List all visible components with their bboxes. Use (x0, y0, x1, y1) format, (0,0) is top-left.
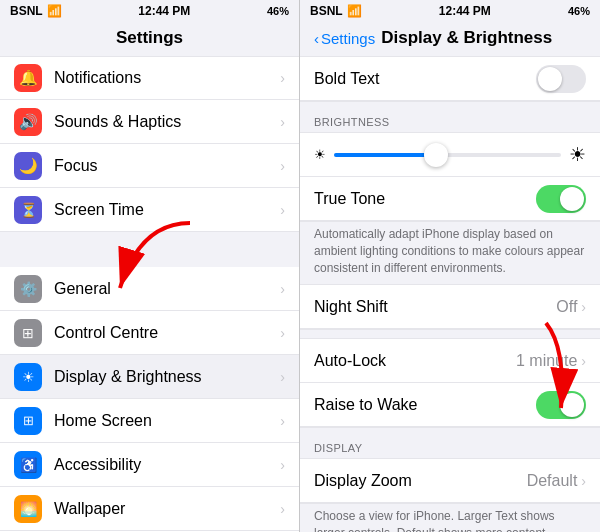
display-brightness-icon: ☀ (14, 363, 42, 391)
chevron-icon: › (581, 473, 586, 489)
bold-text-section: Bold Text (300, 56, 600, 102)
sidebar-item-home-screen[interactable]: ⊞ Home Screen › (0, 399, 299, 443)
time-left: 12:44 PM (138, 4, 190, 18)
chevron-icon: › (280, 501, 285, 517)
sidebar-item-sounds[interactable]: 🔊 Sounds & Haptics › (0, 100, 299, 144)
accessibility-icon: ♿ (14, 451, 42, 479)
notifications-icon: 🔔 (14, 64, 42, 92)
right-status-bar: BSNL 📶 12:44 PM 46% (300, 0, 600, 22)
display-section-header: DISPLAY (300, 436, 600, 458)
night-shift-row[interactable]: Night Shift Off › (300, 285, 600, 329)
battery-right: 46% (568, 5, 590, 17)
wallpaper-label: Wallpaper (54, 500, 280, 518)
sidebar-item-notifications[interactable]: 🔔 Notifications › (0, 56, 299, 100)
brightness-low-icon: ☀ (314, 147, 326, 162)
display-brightness-label: Display & Brightness (54, 368, 280, 386)
control-centre-icon: ⊞ (14, 319, 42, 347)
display-brightness-panel: BSNL 📶 12:44 PM 46% ‹ Settings Display &… (300, 0, 600, 532)
wallpaper-icon: 🌅 (14, 495, 42, 523)
brightness-slider-thumb[interactable] (424, 143, 448, 167)
auto-lock-row[interactable]: Auto-Lock 1 minute › (300, 339, 600, 383)
left-status-bar: BSNL 📶 12:44 PM 46% (0, 0, 299, 22)
true-tone-row: True Tone (300, 177, 600, 221)
chevron-icon: › (280, 369, 285, 385)
chevron-icon: › (280, 70, 285, 86)
bold-text-label: Bold Text (314, 70, 536, 88)
chevron-icon: › (581, 353, 586, 369)
spacer3 (300, 428, 600, 436)
brightness-high-icon: ☀ (569, 143, 586, 166)
sidebar-item-display-brightness[interactable]: ☀ Display & Brightness › (0, 355, 299, 399)
accessibility-label: Accessibility (54, 456, 280, 474)
chevron-icon: › (280, 413, 285, 429)
focus-label: Focus (54, 157, 280, 175)
display-zoom-value: Default (527, 472, 578, 490)
home-screen-icon: ⊞ (14, 407, 42, 435)
sidebar-item-focus[interactable]: 🌙 Focus › (0, 144, 299, 188)
chevron-icon: › (280, 158, 285, 174)
focus-icon: 🌙 (14, 152, 42, 180)
chevron-icon: › (280, 202, 285, 218)
home-screen-label: Home Screen (54, 412, 280, 430)
screen-time-icon: ⏳ (14, 196, 42, 224)
bold-text-toggle[interactable] (536, 65, 586, 93)
time-right: 12:44 PM (439, 4, 491, 18)
sounds-label: Sounds & Haptics (54, 113, 280, 131)
carrier-right: BSNL (310, 4, 343, 18)
brightness-slider-fill (334, 153, 436, 157)
sounds-icon: 🔊 (14, 108, 42, 136)
raise-to-wake-row: Raise to Wake (300, 383, 600, 427)
display-zoom-footer: Choose a view for iPhone. Larger Text sh… (300, 504, 600, 532)
carrier-left: BSNL (10, 4, 43, 18)
night-shift-label: Night Shift (314, 298, 556, 316)
bold-text-row: Bold Text (300, 57, 600, 101)
spacer (300, 102, 600, 110)
chevron-icon: › (280, 281, 285, 297)
general-icon: ⚙️ (14, 275, 42, 303)
chevron-icon: › (280, 325, 285, 341)
brightness-slider-track[interactable] (334, 153, 561, 157)
auto-lock-label: Auto-Lock (314, 352, 516, 370)
screen-time-label: Screen Time (54, 201, 280, 219)
display-zoom-label: Display Zoom (314, 472, 527, 490)
back-button[interactable]: ‹ Settings (314, 30, 375, 47)
chevron-icon: › (581, 299, 586, 315)
right-content: Bold Text BRIGHTNESS ☀ ☀ True Tone (300, 56, 600, 532)
notifications-label: Notifications (54, 69, 280, 87)
wifi-icon-left: 📶 (47, 4, 62, 18)
brightness-section-header: BRIGHTNESS (300, 110, 600, 132)
divider (0, 232, 299, 267)
spacer2 (300, 330, 600, 338)
sidebar-item-screen-time[interactable]: ⏳ Screen Time › (0, 188, 299, 232)
true-tone-label: True Tone (314, 190, 536, 208)
battery-left: 46% (267, 5, 289, 17)
chevron-icon: › (280, 114, 285, 130)
display-zoom-row[interactable]: Display Zoom Default › (300, 459, 600, 503)
night-shift-value: Off (556, 298, 577, 316)
wifi-icon-right: 📶 (347, 4, 362, 18)
settings-list: 🔔 Notifications › 🔊 Sounds & Haptics › 🌙… (0, 56, 299, 532)
sidebar-item-general[interactable]: ⚙️ General › (0, 267, 299, 311)
settings-title: Settings (0, 22, 299, 56)
raise-to-wake-label: Raise to Wake (314, 396, 536, 414)
true-tone-toggle[interactable] (536, 185, 586, 213)
general-label: General (54, 280, 280, 298)
auto-lock-value: 1 minute (516, 352, 577, 370)
brightness-slider-row: ☀ ☀ (300, 133, 600, 177)
back-label: Settings (321, 30, 375, 47)
raise-to-wake-toggle[interactable] (536, 391, 586, 419)
sidebar-item-accessibility[interactable]: ♿ Accessibility › (0, 443, 299, 487)
true-tone-footer: Automatically adapt iPhone display based… (300, 222, 600, 284)
chevron-left-icon: ‹ (314, 30, 319, 47)
sidebar-item-control-centre[interactable]: ⊞ Control Centre › (0, 311, 299, 355)
page-title: Display & Brightness (381, 28, 552, 48)
sidebar-item-wallpaper[interactable]: 🌅 Wallpaper › (0, 487, 299, 531)
control-centre-label: Control Centre (54, 324, 280, 342)
right-nav-bar: ‹ Settings Display & Brightness (300, 22, 600, 56)
chevron-icon: › (280, 457, 285, 473)
settings-panel: BSNL 📶 12:44 PM 46% Settings 🔔 Notificat… (0, 0, 300, 532)
